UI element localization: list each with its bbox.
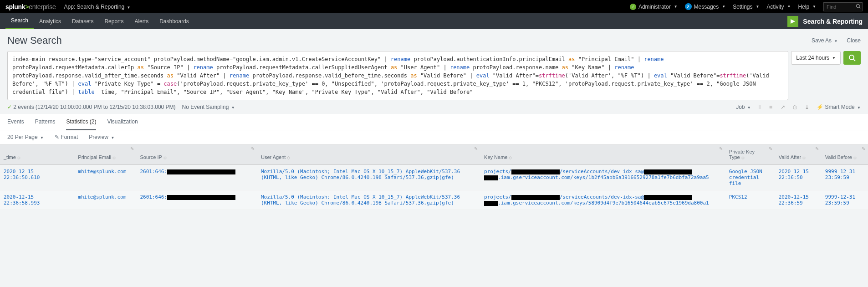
save-as-button[interactable]: Save As ▼ — [812, 37, 837, 44]
nav-dashboards[interactable]: Dashboards — [154, 13, 194, 29]
sort-icon: ◇ — [287, 155, 290, 160]
info-icon: i — [630, 4, 636, 10]
export-button[interactable]: ⤓ — [804, 104, 810, 110]
search-icon — [856, 4, 861, 10]
administrator-menu[interactable]: i Administrator ▼ — [630, 4, 678, 10]
tab-visualization[interactable]: Visualization — [107, 114, 138, 130]
cell-source-ip: 2601:646: — [137, 190, 257, 210]
page-title: New Search — [7, 35, 62, 46]
messages-count-badge: 2 — [685, 3, 692, 10]
kn-seg: .iam.gserviceaccount.com/keys/1b2f45abb6… — [498, 174, 709, 180]
col-principal-email[interactable]: Principal Email◇✎ — [74, 144, 136, 165]
print-button[interactable]: ⎙ — [792, 104, 797, 110]
stop-button[interactable]: ■ — [768, 104, 773, 110]
pencil-icon: ✎ — [55, 134, 59, 140]
col-valid-after[interactable]: Valid After◇✎ — [775, 144, 822, 165]
pencil-icon[interactable]: ✎ — [130, 146, 134, 151]
spl-text: "Source IP" | — [144, 64, 193, 71]
col-label: Key Name — [484, 154, 507, 160]
nav-search[interactable]: Search — [5, 13, 34, 29]
col-label: Source IP — [140, 154, 162, 160]
col-private-key-type[interactable]: Private Key Type◇✎ — [725, 144, 775, 165]
pencil-icon[interactable]: ✎ — [862, 146, 865, 151]
tab-patterns[interactable]: Patterns — [35, 114, 56, 130]
run-search-button[interactable] — [843, 51, 861, 65]
nav-analytics[interactable]: Analytics — [34, 13, 66, 29]
perpage-menu[interactable]: 20 Per Page ▼ — [7, 134, 44, 140]
nav-datasets[interactable]: Datasets — [66, 13, 99, 29]
table-row[interactable]: 2020-12-15 22:36:58.993 mhite@splunk.com… — [0, 190, 868, 210]
pencil-icon[interactable]: ✎ — [769, 146, 772, 151]
sort-icon: ◇ — [163, 155, 167, 160]
app-selector-label: App: Search & Reporting — [64, 4, 124, 10]
spl-keyword: rename — [193, 64, 213, 71]
preview-menu[interactable]: Preview ▼ — [89, 134, 114, 140]
col-user-agent[interactable]: User Agent◇✎ — [257, 144, 480, 165]
table-row[interactable]: 2020-12-15 22:36:50.610 mhite@splunk.com… — [0, 165, 868, 190]
col-valid-before[interactable]: Valid Before◇✎ — [822, 144, 868, 165]
col-time[interactable]: _time◇ — [0, 144, 74, 165]
spl-keyword: as — [391, 64, 397, 71]
spl-keyword: rename — [391, 56, 410, 62]
spl-keyword: table — [78, 89, 95, 95]
spl-function: strftime — [539, 72, 565, 79]
spl-text: protoPayload.requestMetadata.callerSuppl… — [213, 64, 391, 71]
sampling-menu[interactable]: No Event Sampling ▼ — [182, 104, 235, 110]
tab-statistics[interactable]: Statistics (2) — [66, 114, 96, 130]
cell-source-ip: 2601:646: — [137, 165, 257, 190]
pause-button[interactable]: Ⅱ — [757, 104, 762, 110]
nav-alerts[interactable]: Alerts — [129, 13, 154, 29]
cell-key-name: projects//serviceAccounts/dev-idx-sa@.ia… — [480, 190, 725, 210]
pencil-icon[interactable]: ✎ — [815, 146, 819, 151]
timerange-picker[interactable]: Last 24 hours ▼ — [791, 51, 841, 65]
sort-icon: ◇ — [112, 155, 116, 160]
cell-key-name: projects//serviceAccounts/dev-idx-sa@.ia… — [480, 165, 725, 190]
caret-down-icon: ▼ — [111, 136, 114, 140]
col-label: User Agent — [261, 154, 286, 160]
global-topbar: splunk>enterprise App: Search & Reportin… — [0, 0, 868, 13]
spl-text: protoPayload.response.name — [470, 64, 562, 71]
kn-seg: /serviceAccounts/dev-idx-sa@ — [560, 194, 644, 200]
kn-seg: /serviceAccounts/dev-idx-sa@ — [560, 169, 644, 174]
spl-search-input[interactable]: index=main resource.type="service_accoun… — [7, 51, 788, 100]
messages-menu[interactable]: 2 Messages ▼ — [685, 3, 726, 10]
col-key-name[interactable]: Key Name◇✎ — [480, 144, 725, 165]
pencil-icon[interactable]: ✎ — [719, 146, 723, 151]
results-table: _time◇ Principal Email◇✎ Source IP◇✎ Use… — [0, 144, 868, 210]
close-button[interactable]: Close — [847, 37, 861, 44]
activity-menu[interactable]: Activity ▼ — [766, 4, 791, 10]
redacted-block — [167, 169, 235, 174]
app-selector[interactable]: App: Search & Reporting ▼ — [64, 4, 130, 10]
share-button[interactable]: ↗ — [780, 104, 786, 110]
caret-down-icon: ▼ — [787, 5, 791, 9]
svg-line-4 — [853, 59, 855, 61]
help-menu[interactable]: Help ▼ — [798, 4, 816, 10]
sampling-label: No Event Sampling — [182, 104, 229, 110]
search-mode-label: Smart Mode — [825, 104, 854, 110]
result-tabs: Events Patterns Statistics (2) Visualiza… — [0, 114, 868, 130]
tab-events[interactable]: Events — [7, 114, 24, 130]
redacted-block — [644, 169, 692, 174]
col-source-ip[interactable]: Source IP◇✎ — [137, 144, 257, 165]
spl-text: protoPayload.authenticationInfo.principa… — [410, 56, 568, 62]
results-toolbar: 20 Per Page ▼ ✎ Format Preview ▼ — [0, 130, 868, 144]
search-row: index=main resource.type="service_accoun… — [0, 49, 868, 100]
caret-down-icon: ▼ — [812, 5, 816, 9]
spl-text: "Valid Before" | — [417, 72, 476, 79]
spl-keyword: as — [410, 72, 417, 79]
page-header: New Search Save As ▼ Close — [0, 29, 868, 49]
settings-menu[interactable]: Settings ▼ — [733, 4, 759, 10]
pencil-icon[interactable]: ✎ — [251, 146, 255, 151]
app-icon — [787, 16, 798, 27]
svg-marker-2 — [791, 19, 795, 24]
cell-time: 2020-12-15 22:36:58.993 — [0, 190, 74, 210]
job-label: Job — [736, 104, 745, 110]
spl-keyword: rename — [230, 72, 249, 79]
job-menu[interactable]: Job ▼ — [736, 104, 751, 110]
format-menu[interactable]: ✎ Format — [55, 134, 78, 140]
sort-icon: ◇ — [853, 155, 857, 160]
search-mode-menu[interactable]: ⚡ Smart Mode ▼ — [817, 104, 861, 110]
nav-reports[interactable]: Reports — [99, 13, 129, 29]
spl-function: strftime — [720, 72, 746, 79]
pencil-icon[interactable]: ✎ — [474, 146, 478, 151]
